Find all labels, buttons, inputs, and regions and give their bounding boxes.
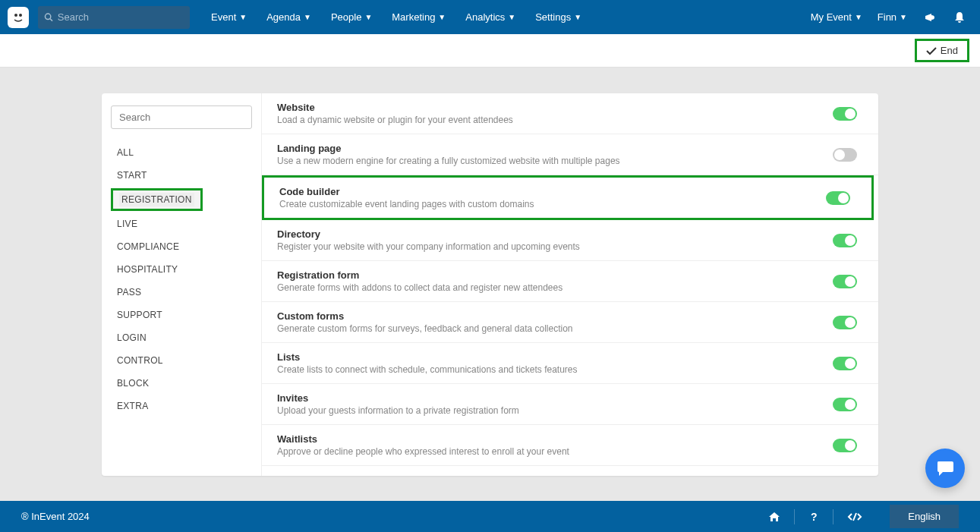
sidebar-item-hospitality[interactable]: HOSPITALITY [111,258,252,281]
global-search-input[interactable] [58,11,184,23]
code-icon[interactable] [833,509,876,524]
top-navbar: Event▼ Agenda▼ People▼ Marketing▼ Analyt… [0,0,980,34]
row-desc: Generate custom forms for surveys, feedb… [277,323,833,334]
end-button-label: End [941,45,958,56]
chevron-down-icon: ▼ [438,13,446,21]
toggle-code-builder[interactable] [826,191,850,205]
row-title: Custom forms [277,310,833,322]
settings-row-invites: InvitesUpload your guests information to… [262,384,878,425]
row-desc: Approve or decline people who expressed … [277,446,833,457]
toggle-directory[interactable] [833,234,857,247]
language-button[interactable]: English [890,505,959,528]
global-search[interactable] [38,6,190,29]
notifications-icon[interactable] [947,7,972,28]
svg-text:?: ? [811,512,818,522]
settings-panel: ALLSTARTREGISTRATIONLIVECOMPLIANCEHOSPIT… [102,93,878,476]
chevron-down-icon: ▼ [364,13,372,21]
app-logo[interactable] [8,7,29,28]
settings-row-code-builder: Code builderCreate customizable event la… [262,175,874,220]
end-button[interactable]: End [915,39,969,62]
help-icon[interactable]: ? [794,509,833,524]
settings-row-lists: ListsCreate lists to connect with schedu… [262,343,878,384]
sidebar-item-registration[interactable]: REGISTRATION [111,188,203,211]
row-title: Registration form [277,269,833,281]
footer-copyright: ® InEvent 2024 [21,511,90,522]
announcements-icon[interactable] [916,7,944,28]
row-desc: Generate forms with addons to collect da… [277,282,833,293]
row-desc: Load a dynamic website or plugin for you… [277,115,833,125]
settings-row-website: WebsiteLoad a dynamic website or plugin … [262,93,878,134]
row-title: Invites [277,392,833,404]
svg-point-1 [19,14,22,17]
sidebar-search-input[interactable] [111,105,252,129]
toggle-landing-page[interactable] [833,148,857,162]
sidebar-item-all[interactable]: ALL [111,141,252,164]
nav-event[interactable]: Event▼ [203,7,254,27]
toggle-website[interactable] [833,107,857,121]
settings-content[interactable]: WebsiteLoad a dynamic website or plugin … [261,93,878,476]
check-icon [926,46,937,55]
sidebar-item-live[interactable]: LIVE [111,212,252,235]
chevron-down-icon: ▼ [574,13,581,21]
chevron-down-icon: ▼ [508,13,515,21]
sidebar-item-compliance[interactable]: COMPLIANCE [111,235,252,258]
sidebar-item-support[interactable]: SUPPORT [111,304,252,326]
nav-agenda[interactable]: Agenda▼ [259,7,319,27]
chat-icon [935,458,955,478]
svg-line-3 [50,19,52,21]
settings-row-registration-form: Registration formGenerate forms with add… [262,261,878,302]
nav-analytics[interactable]: Analytics▼ [458,7,523,27]
toggle-custom-forms[interactable] [833,316,857,329]
chat-button[interactable] [925,449,965,488]
sidebar-item-pass[interactable]: PASS [111,281,252,304]
row-title: Website [277,102,833,113]
toggle-invites[interactable] [833,398,857,411]
row-desc: Create customizable event landing pages … [279,199,826,209]
sidebar-item-extra[interactable]: EXTRA [111,395,252,417]
sidebar-item-start[interactable]: START [111,164,252,187]
row-title: Lists [277,351,833,363]
chevron-down-icon: ▼ [855,13,862,21]
nav-people[interactable]: People▼ [323,7,380,27]
toggle-lists[interactable] [833,357,857,370]
sidebar-item-control[interactable]: CONTROL [111,349,252,372]
subbar: End [0,34,980,68]
toggle-waitlists[interactable] [833,439,857,452]
svg-point-2 [45,14,50,19]
nav-user[interactable]: Finn▼ [871,7,913,27]
row-desc: Upload your guests information to a priv… [277,405,833,416]
nav-settings[interactable]: Settings▼ [528,7,589,27]
row-title: Code builder [279,186,826,197]
chevron-down-icon: ▼ [239,13,247,21]
settings-row-waitlists: WaitlistsApprove or decline people who e… [262,425,878,466]
sidebar-item-block[interactable]: BLOCK [111,372,252,395]
nav-links: Event▼ Agenda▼ People▼ Marketing▼ Analyt… [203,7,589,27]
settings-row-custom-forms: Custom formsGenerate custom forms for su… [262,302,878,343]
row-title: Landing page [277,143,833,154]
settings-row-directory: DirectoryRegister your website with your… [262,220,878,261]
chevron-down-icon: ▼ [304,13,311,21]
nav-marketing[interactable]: Marketing▼ [384,7,453,27]
row-desc: Use a new modern engine for creating a f… [277,156,833,166]
nav-right: My Event▼ Finn▼ [805,7,972,28]
sidebar-item-login[interactable]: LOGIN [111,326,252,349]
row-desc: Create lists to connect with schedule, c… [277,364,833,375]
search-icon [44,12,53,22]
home-icon[interactable] [755,509,794,524]
nav-my-event[interactable]: My Event▼ [805,7,868,27]
settings-row-rsvp: RSVP [262,466,878,476]
settings-row-landing-page: Landing pageUse a new modern engine for … [262,134,878,175]
language-label: English [908,511,941,522]
row-title: Directory [277,228,833,240]
chevron-down-icon: ▼ [900,13,907,21]
settings-sidebar: ALLSTARTREGISTRATIONLIVECOMPLIANCEHOSPIT… [102,93,261,476]
toggle-registration-form[interactable] [833,275,857,288]
svg-point-0 [14,14,17,17]
row-desc: Register your website with your company … [277,241,833,252]
footer: ® InEvent 2024 ? English [0,501,980,532]
row-title: Waitlists [277,433,833,445]
